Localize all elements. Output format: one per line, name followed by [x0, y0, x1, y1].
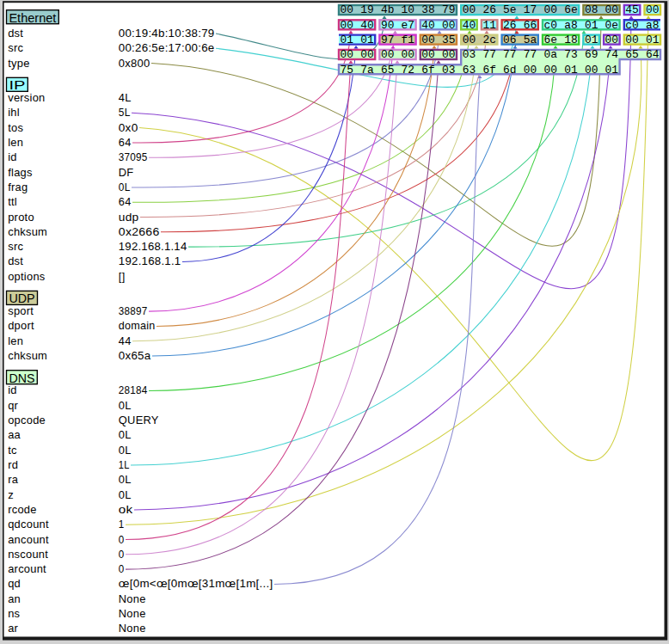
- svg-text:00: 00: [544, 64, 558, 77]
- svg-text:id: id: [8, 150, 17, 163]
- svg-text:domain: domain: [119, 319, 156, 332]
- svg-text:0: 0: [119, 548, 125, 561]
- svg-text:c0: c0: [544, 19, 558, 32]
- svg-text:73: 73: [564, 48, 578, 61]
- svg-text:None: None: [119, 622, 146, 635]
- svg-text:UDP: UDP: [9, 291, 34, 305]
- svg-text:nscount: nscount: [8, 548, 48, 561]
- svg-text:00: 00: [341, 3, 354, 16]
- svg-text:06: 06: [503, 34, 517, 46]
- svg-text:00: 00: [360, 48, 374, 61]
- svg-text:90: 90: [381, 19, 395, 32]
- svg-text:00: 00: [442, 19, 456, 32]
- svg-text:6f: 6f: [482, 64, 496, 77]
- svg-text:64: 64: [119, 195, 132, 208]
- svg-text:6e: 6e: [564, 3, 578, 16]
- svg-text:QUERY: QUERY: [119, 414, 159, 426]
- svg-text:77: 77: [503, 48, 517, 61]
- svg-text:00: 00: [625, 34, 639, 46]
- svg-text:01: 01: [585, 34, 598, 46]
- svg-text:01: 01: [341, 34, 354, 46]
- svg-text:0x2666: 0x2666: [119, 225, 160, 238]
- svg-text:65: 65: [381, 64, 395, 77]
- svg-text:192.168.1.14: 192.168.1.14: [119, 240, 187, 253]
- svg-text:a8: a8: [564, 19, 578, 32]
- svg-text:ns: ns: [8, 607, 20, 620]
- svg-text:ttl: ttl: [8, 195, 17, 208]
- svg-text:f1: f1: [402, 34, 415, 46]
- svg-text:options: options: [8, 270, 45, 283]
- svg-text:ok: ok: [119, 503, 133, 516]
- svg-text:udp: udp: [119, 211, 139, 224]
- svg-text:len: len: [8, 334, 23, 347]
- svg-text:63: 63: [463, 64, 476, 77]
- svg-text:dport: dport: [8, 319, 34, 332]
- svg-text:66: 66: [524, 19, 537, 32]
- svg-text:chksum: chksum: [8, 349, 47, 362]
- svg-text:4L: 4L: [119, 91, 132, 104]
- svg-text:Ethernet: Ethernet: [9, 10, 57, 25]
- svg-text:6e: 6e: [544, 34, 558, 46]
- svg-text:6d: 6d: [503, 64, 517, 77]
- svg-text:00:19:4b:10:38:79: 00:19:4b:10:38:79: [119, 27, 215, 40]
- svg-text:dst: dst: [8, 255, 23, 267]
- svg-text:[]: []: [119, 270, 126, 283]
- svg-text:tc: tc: [8, 444, 17, 457]
- svg-text:flags: flags: [8, 166, 32, 179]
- svg-text:frag: frag: [8, 181, 28, 193]
- svg-text:00: 00: [402, 48, 415, 61]
- svg-text:00:26:5e:17:00:6e: 00:26:5e:17:00:6e: [119, 41, 215, 54]
- svg-text:10: 10: [402, 3, 415, 16]
- svg-text:00: 00: [524, 64, 537, 77]
- svg-text:ihl: ihl: [8, 106, 20, 119]
- svg-text:version: version: [8, 91, 45, 104]
- svg-text:arcount: arcount: [8, 562, 46, 575]
- svg-text:75: 75: [341, 64, 354, 77]
- svg-text:28184: 28184: [119, 383, 148, 396]
- svg-text:00: 00: [442, 48, 456, 61]
- svg-text:03: 03: [463, 48, 476, 61]
- svg-text:type: type: [8, 57, 29, 70]
- svg-text:sport: sport: [8, 304, 34, 317]
- svg-text:rd: rd: [8, 458, 18, 471]
- svg-text:z: z: [8, 488, 14, 501]
- svg-text:5e: 5e: [503, 3, 517, 16]
- svg-text:qdcount: qdcount: [8, 518, 49, 531]
- svg-text:qd: qd: [8, 577, 21, 590]
- svg-text:00: 00: [585, 64, 598, 77]
- svg-text:ra: ra: [8, 473, 19, 486]
- svg-text:00: 00: [605, 3, 619, 16]
- svg-text:00: 00: [421, 34, 435, 46]
- svg-text:id: id: [8, 383, 17, 396]
- svg-text:rcode: rcode: [8, 503, 37, 516]
- svg-text:26: 26: [503, 19, 517, 32]
- svg-text:src: src: [8, 41, 23, 54]
- svg-text:src: src: [8, 240, 23, 253]
- svg-text:len: len: [8, 136, 23, 149]
- svg-text:38897: 38897: [119, 304, 148, 317]
- svg-text:77: 77: [482, 48, 496, 61]
- svg-text:00: 00: [341, 48, 354, 61]
- svg-text:tos: tos: [8, 121, 23, 134]
- svg-text:0L: 0L: [119, 444, 132, 457]
- svg-text:18: 18: [564, 34, 578, 46]
- svg-text:6f: 6f: [421, 64, 435, 77]
- svg-text:aa: aa: [8, 428, 21, 441]
- svg-text:None: None: [119, 592, 146, 605]
- svg-text:19: 19: [360, 3, 374, 16]
- svg-text:17: 17: [524, 3, 537, 16]
- svg-text:an: an: [8, 592, 21, 605]
- svg-text:qr: qr: [8, 399, 18, 412]
- svg-text:0x0: 0x0: [119, 121, 138, 134]
- svg-text:0L: 0L: [119, 428, 132, 441]
- svg-text:74: 74: [605, 48, 619, 61]
- svg-text:chksum: chksum: [8, 225, 47, 238]
- svg-text:44: 44: [119, 334, 132, 347]
- svg-text:00: 00: [341, 19, 354, 32]
- svg-text:11: 11: [482, 19, 496, 32]
- svg-text:00: 00: [421, 48, 435, 61]
- svg-text:35: 35: [442, 34, 456, 46]
- svg-text:0: 0: [119, 533, 125, 546]
- svg-text:7a: 7a: [360, 64, 374, 77]
- svg-text:37095: 37095: [119, 150, 148, 163]
